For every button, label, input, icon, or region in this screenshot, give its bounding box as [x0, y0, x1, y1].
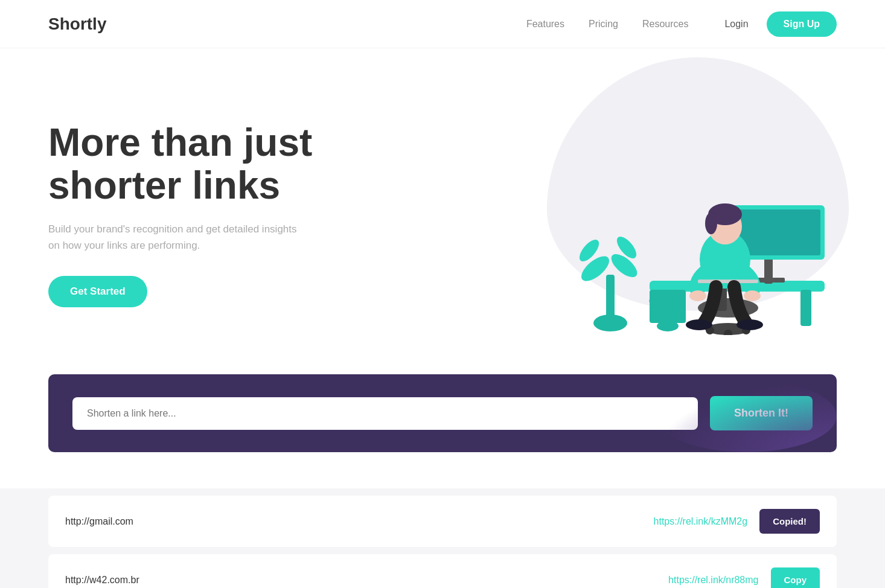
navbar: Shortly Features Pricing Resources Login…	[0, 0, 885, 48]
brand-logo: Shortly	[48, 14, 106, 34]
svg-point-28	[744, 290, 761, 301]
svg-point-27	[689, 290, 706, 301]
svg-point-31	[736, 319, 763, 330]
nav-link-pricing[interactable]: Pricing	[589, 19, 618, 30]
shorten-button[interactable]: Shorten It!	[710, 396, 813, 430]
result-original-0: http://gmail.com	[65, 516, 133, 527]
copy-button-0[interactable]: Copied!	[759, 509, 820, 534]
signup-button[interactable]: Sign Up	[767, 11, 837, 37]
nav-link-features[interactable]: Features	[526, 19, 564, 30]
hero-section: More than just shorter links Build your …	[0, 48, 885, 392]
svg-rect-12	[650, 290, 686, 323]
hero-illustration	[482, 94, 837, 335]
result-item-0: http://gmail.com https://rel.ink/kzMM2g …	[48, 496, 837, 547]
results-section: http://gmail.com https://rel.ink/kzMM2g …	[0, 496, 885, 588]
result-short-link-1[interactable]: https://rel.ink/nr88mg	[668, 575, 758, 586]
hero-svg-illustration	[553, 94, 837, 335]
svg-point-30	[686, 319, 712, 330]
nav-link-resources[interactable]: Resources	[642, 19, 688, 30]
login-button[interactable]: Login	[724, 19, 748, 30]
result-original-1: http://w42.com.br	[65, 575, 139, 586]
result-right-0: https://rel.ink/kzMM2g Copied!	[654, 509, 820, 534]
hero-title: More than just shorter links	[48, 121, 482, 206]
hero-subtitle: Build your brand's recognition and get d…	[48, 221, 302, 254]
result-short-link-0[interactable]: https://rel.ink/kzMM2g	[654, 516, 748, 527]
shorten-section: Shorten It!	[48, 374, 837, 452]
svg-rect-29	[698, 280, 758, 283]
hero-text: More than just shorter links Build your …	[48, 121, 482, 307]
nav-actions: Login Sign Up	[724, 11, 837, 37]
copy-button-1[interactable]: Copy	[771, 567, 820, 588]
svg-point-26	[705, 213, 717, 234]
result-right-1: https://rel.ink/nr88mg Copy	[668, 567, 820, 588]
svg-rect-1	[606, 275, 615, 323]
nav-links: Features Pricing Resources	[526, 19, 689, 30]
get-started-button[interactable]: Get Started	[48, 276, 147, 307]
svg-rect-11	[800, 290, 811, 326]
result-item-1: http://w42.com.br https://rel.ink/nr88mg…	[48, 554, 837, 588]
shorten-input[interactable]	[72, 397, 698, 430]
